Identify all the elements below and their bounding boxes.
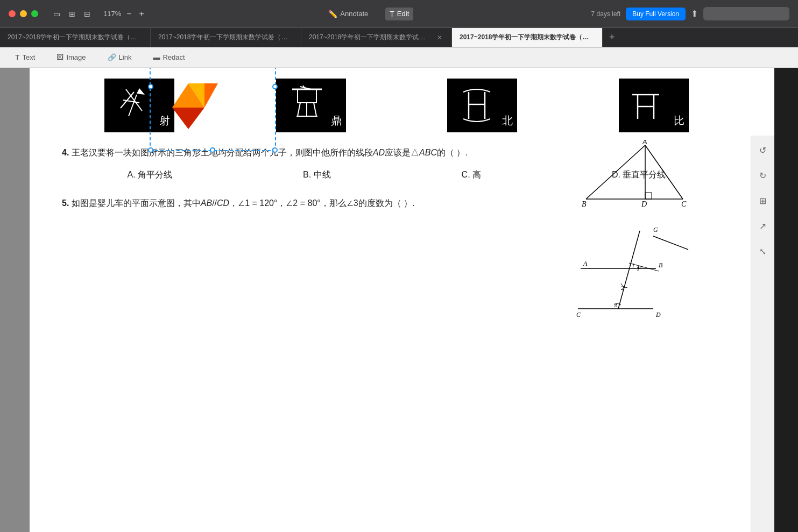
question-4-text: 4. 王老汉要将一块如图所示的三角形土地均分配给两个儿子，则图中他所作的线段AD… <box>62 145 731 160</box>
redact-tool-label: Redact <box>163 53 185 61</box>
svg-text:C: C <box>576 311 581 318</box>
annotate-button[interactable]: ✏️ Annotate <box>324 8 372 20</box>
zoom-area: 117% − + <box>103 9 146 19</box>
tab-3[interactable]: 2017~2018学年初一下学期期末数学试卷（九） ✕ <box>301 28 452 47</box>
svg-line-6 <box>298 103 300 116</box>
char-bei-box: 北 <box>447 79 517 132</box>
tab-4[interactable]: 2017~2018学年初一下学期期末数学试卷（十） <box>452 28 603 47</box>
char-bei-label: 北 <box>502 114 513 128</box>
svg-text:1: 1 <box>632 262 635 268</box>
days-left-label: 7 days left <box>591 10 621 18</box>
zoom-level: 117% <box>103 10 121 18</box>
svg-marker-14 <box>188 83 204 108</box>
tab-3-label: 2017~2018学年初一下学期期末数学试卷（九） <box>309 33 431 42</box>
char-she-drawing <box>110 81 158 130</box>
svg-text:2: 2 <box>621 285 624 291</box>
tab-3-close-icon[interactable]: ✕ <box>435 33 444 42</box>
traffic-lights <box>9 10 38 17</box>
tab-2[interactable]: 2017~2018学年初一下学期期末数学试卷（六） <box>151 28 301 47</box>
zoom-in-button[interactable]: + <box>137 9 146 19</box>
question-4-num: 4. <box>62 148 69 157</box>
svg-line-35 <box>618 231 640 309</box>
link-tool-button[interactable]: 🔗 Link <box>103 51 136 63</box>
svg-line-7 <box>314 103 316 116</box>
annotation-bar: T Text 🖼 Image 🔗 Link ▬ Redact <box>0 47 798 68</box>
page-content: 射 <box>30 68 774 532</box>
annotate-label: Annotate <box>340 10 368 18</box>
buy-full-version-button[interactable]: Buy Full Version <box>626 8 686 20</box>
watermark: 爱智康 <box>154 68 200 68</box>
text-tool-label: Text <box>23 53 36 61</box>
svg-text:G: G <box>653 226 658 233</box>
pdf-page[interactable]: 射 <box>30 68 774 532</box>
columns-view-icon[interactable]: ⊟ <box>82 9 93 19</box>
option-4a: A. 角平分线 <box>127 169 172 181</box>
titlebar-right: 7 days left Buy Full Version ⬆ <box>591 7 789 20</box>
svg-marker-15 <box>172 108 204 129</box>
question-5-section: 5. 如图是婴儿车的平面示意图，其中AB//CD，∠1 = 120°，∠2 = … <box>62 196 731 328</box>
char-bei-drawing <box>453 81 501 130</box>
minimize-button[interactable] <box>20 10 27 17</box>
svg-marker-4 <box>137 88 145 95</box>
char-bei: 北 <box>447 79 517 132</box>
right-sidebar: ↺ ↻ ⊞ ↗ ⤡ <box>751 136 774 532</box>
export-icon[interactable]: ↗ <box>756 218 769 235</box>
text-tool-icon: T <box>15 53 20 62</box>
characters-row: 射 <box>62 79 731 132</box>
image-tool-label: Image <box>66 53 86 61</box>
tabbar: 2017~2018学年初一下学期期末数学试卷（五） 2017~2018学年初一下… <box>0 28 798 47</box>
char-ding-container: 鼎 爱智康 <box>276 79 346 132</box>
sidebar-toggle-icon[interactable]: ▭ <box>51 9 62 19</box>
svg-line-25 <box>586 145 645 199</box>
svg-text:A: A <box>583 260 588 267</box>
svg-line-36 <box>653 236 688 250</box>
left-gutter <box>0 68 30 532</box>
main-area: 射 <box>0 68 774 532</box>
svg-marker-16 <box>204 83 218 108</box>
question-4-section: 4. 王老汉要将一块如图所示的三角形土地均分配给两个儿子，则图中他所作的线段AD… <box>62 145 731 181</box>
grid-view-icon[interactable]: ⊞ <box>67 9 77 19</box>
svg-rect-5 <box>298 89 316 103</box>
grid-icon[interactable]: ⊞ <box>756 193 769 209</box>
svg-marker-13 <box>172 83 204 108</box>
zoom-out-button[interactable]: − <box>124 9 133 19</box>
svg-text:B: B <box>659 261 663 269</box>
redact-tool-icon: ▬ <box>153 53 160 61</box>
baby-carriage-svg: A B C D 1 2 3 F G <box>570 220 699 328</box>
image-tool-icon: 🖼 <box>57 53 63 61</box>
crop-icon[interactable]: ⤡ <box>756 243 769 260</box>
undo-icon[interactable]: ↺ <box>756 142 769 159</box>
add-tab-button[interactable]: + <box>603 28 622 47</box>
redo-icon[interactable]: ↻ <box>756 167 769 184</box>
char-ding-drawing <box>281 81 330 130</box>
char-she-box: 射 <box>104 79 174 132</box>
edit-button[interactable]: T Edit <box>385 8 413 20</box>
maximize-button[interactable] <box>31 10 38 17</box>
link-tool-icon: 🔗 <box>108 53 116 61</box>
question-5-num: 5. <box>62 198 69 208</box>
titlebar-center: ✏️ Annotate T Edit <box>153 8 585 20</box>
search-wrapper <box>703 7 789 20</box>
link-tool-label: Link <box>119 53 132 61</box>
svg-text:D: D <box>655 311 661 318</box>
svg-text:A: A <box>642 140 647 146</box>
char-bi-drawing <box>624 81 673 130</box>
image-tool-button[interactable]: 🖼 Image <box>52 51 90 63</box>
titlebar: ▭ ⊞ ⊟ 117% − + ✏️ Annotate T Edit 7 days… <box>0 0 798 28</box>
question-5-text: 5. 如图是婴儿车的平面示意图，其中AB//CD，∠1 = 120°，∠2 = … <box>62 196 731 210</box>
close-button[interactable] <box>9 10 16 17</box>
tab-1-label: 2017~2018学年初一下学期期末数学试卷（五） <box>8 33 143 42</box>
char-bi-label: 比 <box>674 114 684 128</box>
tab-1[interactable]: 2017~2018学年初一下学期期末数学试卷（五） <box>0 28 151 47</box>
char-ding-box: 鼎 <box>276 79 346 132</box>
share-icon[interactable]: ⬆ <box>691 9 698 19</box>
svg-line-26 <box>645 145 683 199</box>
char-ding-label: 鼎 <box>331 114 342 128</box>
view-icons: ▭ ⊞ ⊟ <box>51 9 93 19</box>
search-input[interactable] <box>703 7 789 20</box>
text-tool-button[interactable]: T Text <box>11 51 39 64</box>
redact-tool-button[interactable]: ▬ Redact <box>149 51 189 63</box>
option-4c: C. 高 <box>462 169 481 181</box>
char-she: 射 <box>104 79 174 132</box>
edit-icon: T <box>390 10 394 18</box>
